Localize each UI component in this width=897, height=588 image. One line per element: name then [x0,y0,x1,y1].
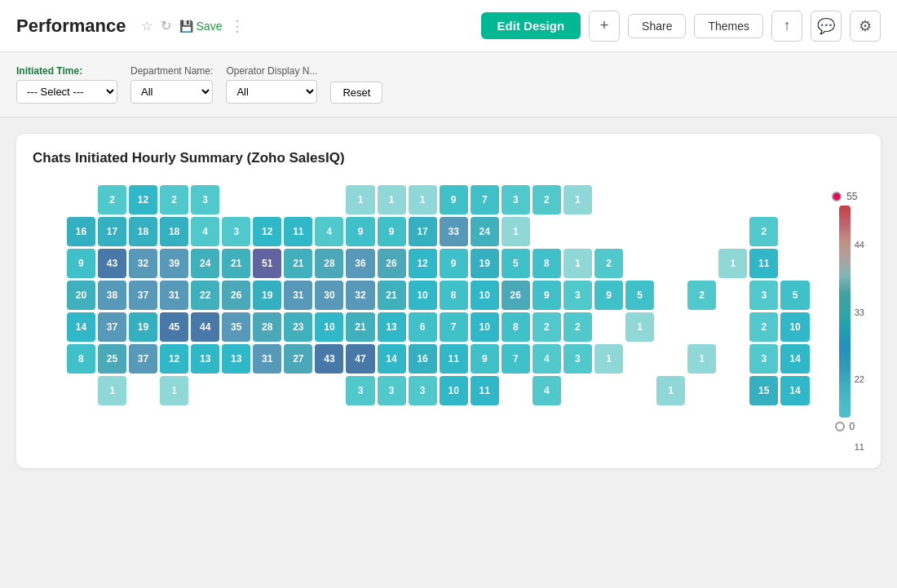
heatmap-cell: 7 [471,185,499,214]
table-row: Sat2122311197321 [35,185,810,214]
heatmap-cell: 5 [625,281,654,310]
table-row: Sun113331011411514 [35,376,810,405]
comment-button[interactable]: 💬 [811,11,842,42]
operator-select[interactable]: All [226,80,317,104]
reset-button[interactable]: Reset [330,82,382,104]
heatmap-cell: 1 [563,185,592,214]
heatmap-cell [718,344,747,374]
heatmap-cell: 16 [67,217,95,246]
x-axis-label: 3 [160,408,188,437]
heatmap-cell: 13 [378,312,406,342]
heatmap-cell: 3 [191,185,219,214]
x-axis-label: 13 [471,408,499,437]
heatmap-cell: 31 [284,281,312,310]
save-button[interactable]: 💾 Save [179,20,223,33]
heatmap-cell [625,217,654,246]
heatmap-cell: 37 [98,312,126,342]
heatmap-cell: 14 [378,344,406,374]
comment-icon: 💬 [817,17,835,35]
heatmap-cell: 1 [718,249,747,278]
heatmap-cell: 11 [471,376,499,405]
heatmap-cell: 35 [222,312,250,342]
x-axis-label: 2 [129,408,157,437]
heatmap-cell [563,217,592,246]
heatmap-cell: 7 [440,312,468,342]
heatmap-cell: 5 [502,249,530,278]
heatmap-cell: 45 [160,312,188,342]
export-button[interactable]: ↑ [771,11,802,42]
add-button[interactable]: + [589,11,620,42]
heatmap-cell: 4 [532,376,561,405]
heatmap-cell: 12 [409,249,437,278]
heatmap-cell: 3 [346,376,374,405]
heatmap-cell [718,312,747,342]
x-axis-label: 23 [780,408,809,437]
heatmap-cell: 9 [532,281,561,310]
heatmap-cell: 18 [129,217,157,246]
heatmap-cell: 10 [409,281,437,310]
heatmap-cell: 26 [502,281,530,310]
heatmap-cell: 3 [563,281,592,310]
heatmap-cell [718,185,747,214]
x-axis-label: 11 [409,408,437,437]
heatmap-cell: 20 [67,281,95,310]
heatmap-cell: 4 [532,344,561,374]
x-axis-label: 10 [378,408,406,437]
heatmap-cell: 21 [346,312,374,342]
heatmap-cell [594,312,623,342]
row-label: Sun [35,376,64,405]
heatmap-cell: 3 [749,344,778,374]
heatmap-cell: 9 [440,249,468,278]
heatmap-cell: 21 [222,249,250,278]
x-axis-label: 5 [222,408,250,437]
heatmap-cell: 9 [378,217,406,246]
heatmap-cell: 17 [409,217,437,246]
heatmap-cell [780,185,809,214]
row-label: Tue [35,312,64,342]
heatmap-cell [594,376,623,405]
gear-icon: ⚙ [859,17,872,35]
heatmap-cell [687,217,716,246]
heatmap-cell: 4 [315,217,343,246]
more-options-icon[interactable]: ⋮ [230,17,245,35]
heatmap-cell: 39 [160,249,188,278]
heatmap-cell: 19 [253,281,281,310]
x-axis-label: 19 [656,408,685,437]
heatmap-cell: 2 [532,312,561,342]
heatmap-cell [67,376,95,405]
heatmap-cell [315,376,343,405]
x-axis-label: 14 [502,408,530,437]
heatmap-cell: 37 [129,344,157,374]
heatmap-cell: 15 [749,376,778,405]
x-axis-label: 6 [253,408,281,437]
edit-design-button[interactable]: Edit Design [481,12,581,39]
heatmap-cell: 9 [67,249,95,278]
heatmap-cell: 4 [191,217,219,246]
heatmap-cell [502,376,530,405]
share-button[interactable]: Share [628,14,686,38]
initiated-time-select[interactable]: --- Select --- [16,80,117,104]
heatmap-cell [129,376,157,405]
heatmap-cell [253,185,281,214]
heatmap-cell: 2 [532,185,561,214]
heatmap-cell: 10 [471,312,499,342]
row-label: Wed [35,281,64,310]
refresh-icon[interactable]: ↻ [161,18,171,33]
heatmap-cell: 1 [160,376,188,405]
heatmap-cell: 32 [346,281,374,310]
heatmap-cell: 11 [749,249,778,278]
heatmap-cell: 2 [563,312,592,342]
heatmap-cell [284,376,312,405]
settings-button[interactable]: ⚙ [850,11,881,42]
star-icon[interactable]: ☆ [141,18,152,33]
legend-max-label: 55 [846,191,857,202]
heatmap-cell: 3 [563,344,592,374]
heatmap-cell: 14 [780,376,809,405]
export-icon: ↑ [784,17,791,34]
x-axis-label: 7 [284,408,312,437]
heatmap-cell: 8 [67,344,95,374]
department-select[interactable]: All [130,80,213,104]
heatmap-cell: 2 [687,281,716,310]
heatmap-cell: 31 [160,281,188,310]
themes-button[interactable]: Themes [694,14,763,38]
